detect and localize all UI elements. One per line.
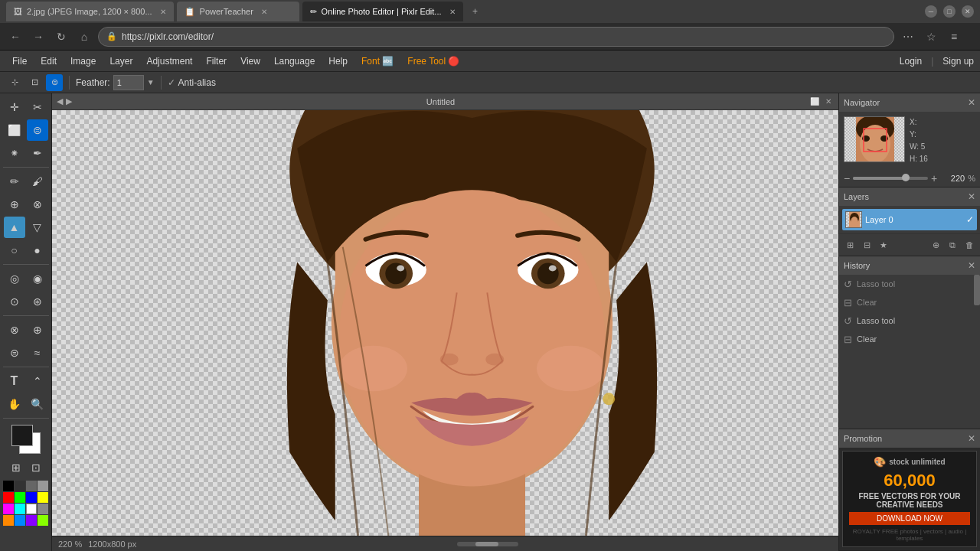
history-item-0[interactable]: ↺ Lasso tool [839, 275, 980, 293]
clone-tool[interactable]: ⊕ [4, 194, 25, 215]
swatch-orange[interactable] [3, 515, 14, 526]
gradient-tool[interactable]: ▽ [27, 217, 48, 238]
menu-view[interactable]: View [234, 54, 266, 69]
h-scrollbar-thumb[interactable] [475, 542, 498, 546]
wand-tool[interactable]: ⁕ [4, 142, 25, 164]
whiten-tool[interactable]: ⊕ [27, 319, 48, 341]
swatch-lime[interactable] [38, 515, 48, 526]
layer-duplicate-btn[interactable]: ⧉ [945, 237, 960, 253]
lasso-tool[interactable]: ⊜ [27, 119, 48, 141]
swatch-white[interactable] [26, 504, 37, 514]
menu-filter[interactable]: Filter [200, 54, 233, 69]
login-link[interactable]: Login [900, 56, 922, 67]
layer-mask-btn[interactable]: ⊟ [859, 237, 874, 253]
burn-tool[interactable]: ● [27, 240, 48, 261]
toolbar-lasso[interactable]: ⊜ [46, 74, 63, 91]
foreground-color[interactable] [11, 425, 33, 446]
swatch-purple[interactable] [26, 515, 37, 526]
history-item-3[interactable]: ⊟ Clear [839, 330, 980, 348]
full-screen-tool[interactable]: ⊞ [8, 459, 24, 476]
pattern-tool[interactable]: ⊗ [27, 194, 48, 215]
sharpen-tool[interactable]: ◉ [27, 268, 48, 289]
forward-button[interactable]: → [29, 28, 47, 46]
history-item-2[interactable]: ↺ Lasso tool [839, 311, 980, 330]
tab-jpg-close[interactable]: ✕ [160, 8, 166, 16]
swatch-red[interactable] [3, 492, 14, 503]
promotion-header[interactable]: Promotion ✕ [839, 429, 980, 448]
swatch-d1[interactable] [15, 481, 25, 491]
refresh-button[interactable]: ↻ [52, 28, 70, 46]
menu-image[interactable]: Image [64, 54, 102, 69]
heal-tool[interactable]: ⊙ [4, 291, 25, 312]
history-item-1[interactable]: ⊟ Clear [839, 293, 980, 311]
minimize-button[interactable]: ─ [925, 5, 937, 18]
nav-thumbnail[interactable] [844, 116, 905, 162]
toolbar-select-2[interactable]: ⊡ [26, 74, 43, 91]
canvas-close-btn[interactable]: ✕ [823, 96, 834, 107]
navigator-close[interactable]: ✕ [968, 97, 975, 108]
swatch-d3[interactable] [38, 481, 48, 491]
canvas-fit-btn[interactable]: ⬜ [809, 96, 820, 107]
promo-banner[interactable]: 🎨 stock unlimited 60,000 FREE VECTORS FO… [842, 451, 977, 547]
swatch-blue[interactable] [26, 492, 37, 503]
spot-heal-tool[interactable]: ⊜ [4, 342, 25, 364]
layer-delete-btn[interactable]: 🗑 [962, 237, 977, 253]
promotion-close[interactable]: ✕ [968, 433, 975, 444]
menu-free-tool[interactable]: Free Tool 🔴 [401, 54, 466, 69]
pencil-tool[interactable]: ✏ [4, 171, 25, 192]
crop-tool[interactable]: ✂ [27, 96, 48, 118]
redeye-tool[interactable]: ⊗ [4, 319, 25, 341]
vector-tool[interactable]: ⌃ [27, 370, 48, 392]
close-button[interactable]: ✕ [962, 5, 974, 18]
history-scrollbar-thumb[interactable] [974, 275, 980, 305]
layers-header[interactable]: Layers ✕ [839, 187, 980, 206]
type-tool[interactable]: T [4, 370, 25, 392]
layer-0-visible[interactable]: ✓ [966, 214, 974, 225]
menu-language[interactable]: Language [268, 54, 321, 69]
canvas-content[interactable] [52, 110, 838, 536]
maximize-button[interactable]: □ [943, 5, 956, 18]
h-scrollbar[interactable] [457, 542, 518, 546]
swatch-sky[interactable] [15, 515, 25, 526]
smudge-tool[interactable]: ⊛ [27, 291, 48, 312]
swatch-yellow[interactable] [38, 492, 48, 503]
menu-edit[interactable]: Edit [34, 54, 63, 69]
swatch-black[interactable] [3, 481, 14, 491]
home-button[interactable]: ⌂ [75, 28, 93, 46]
bookmark-button[interactable]: ☆ [922, 28, 940, 46]
anti-alias-label[interactable]: Anti-alias [178, 77, 216, 88]
menu-adjustment[interactable]: Adjustment [140, 54, 198, 69]
tab-pt-close[interactable]: ✕ [261, 8, 267, 16]
menu-file[interactable]: File [6, 54, 33, 69]
prev-canvas-btn[interactable]: ◀ [57, 96, 63, 106]
extensions-button[interactable]: ⋯ [899, 28, 917, 46]
swatch-green[interactable] [15, 492, 25, 503]
move-tool[interactable]: ✛ [4, 96, 25, 118]
history-scrollbar-track[interactable] [974, 275, 980, 367]
swatch-d2[interactable] [26, 481, 37, 491]
signup-link[interactable]: Sign up [942, 56, 974, 67]
history-header[interactable]: History ✕ [839, 256, 980, 275]
zoom-slider[interactable] [853, 177, 928, 180]
layer-fx-btn[interactable]: ★ [876, 237, 891, 253]
menu-font[interactable]: Font 🔤 [355, 54, 400, 69]
layers-close[interactable]: ✕ [968, 191, 975, 202]
layer-group-btn[interactable]: ⊞ [842, 237, 858, 253]
next-canvas-btn[interactable]: ▶ [66, 96, 72, 106]
liquify-tool[interactable]: ≈ [27, 342, 48, 364]
color-boxes[interactable] [11, 425, 41, 454]
zoom-slider-handle[interactable] [902, 174, 910, 181]
hand-tool[interactable]: ✋ [4, 393, 25, 415]
menu-help[interactable]: Help [322, 54, 354, 69]
swatch-magenta[interactable] [3, 504, 14, 514]
promo-cta[interactable]: DOWNLOAD NOW [849, 512, 970, 525]
tab-pixlr-close[interactable]: ✕ [449, 8, 456, 16]
feather-arrow[interactable]: ▼ [147, 78, 155, 86]
swatch-gray[interactable] [38, 504, 48, 514]
brush-tool[interactable]: 🖌 [27, 171, 48, 192]
new-tab-button[interactable]: + [466, 2, 485, 21]
marquee-tool[interactable]: ⬜ [4, 119, 25, 141]
toolbar-select-1[interactable]: ⊹ [6, 74, 23, 91]
swatch-cyan[interactable] [15, 504, 25, 514]
navigator-header[interactable]: Navigator ✕ [839, 93, 980, 112]
